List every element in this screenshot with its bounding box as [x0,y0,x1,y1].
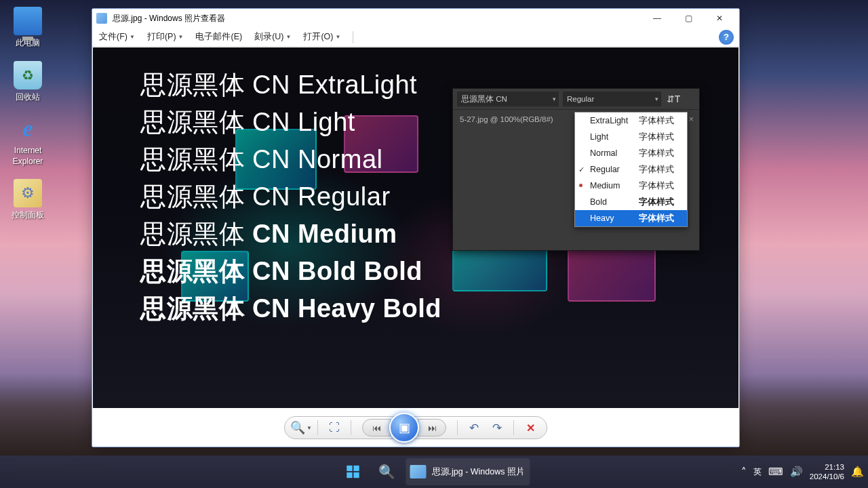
start-button[interactable] [338,458,368,485]
menu-open[interactable]: 打开(O)▼ [299,29,344,45]
font-family-combobox[interactable]: 思源黑体 CN ▾ [457,92,559,106]
menubar: 文件(F)▼ 打印(P)▼ 电子邮件(E) 刻录(U)▼ 打开(O)▼ ? [92,28,739,47]
desktop-icon-ie[interactable]: Internet Explorer [4,115,52,167]
photo-viewer-icon [410,465,427,479]
chevron-down-icon: ▼ [178,34,184,40]
rotate-right-button[interactable]: ↷ [488,418,507,437]
option-sample: 字体样式 [639,148,674,159]
desktop-icon-this-pc[interactable]: 此电脑 [4,7,52,49]
desktop-icon-recycle-bin[interactable]: 回收站 [4,61,52,103]
option-name: Medium [590,181,639,190]
close-button[interactable]: ✕ [704,9,735,28]
volume-icon[interactable]: 🔊 [790,466,803,478]
titlebar[interactable]: 思源.jpg - Windows 照片查看器 — ▢ ✕ [92,9,739,28]
toolbar-separator [351,420,351,435]
font-style-option[interactable]: ExtraLight字体样式 [575,113,687,129]
chevron-down-icon: ▼ [286,34,292,40]
font-style-option[interactable]: ✓Regular字体样式 [575,161,687,178]
text-orientation-button[interactable]: ⇵T [665,92,682,106]
icon-label: 控制面板 [4,210,52,221]
system-tray: ˄ 英 ⌨ 🔊 21:13 2024/10/6 🔔 [741,462,864,482]
desktop-icon-control-panel[interactable]: 控制面板 [4,179,52,221]
recycle-bin-icon [14,61,42,89]
option-sample: 字体样式 [639,213,674,224]
menu-email[interactable]: 电子邮件(E) [191,29,246,45]
icon-label: Internet Explorer [4,146,52,167]
option-sample: 字体样式 [639,131,674,143]
font-sample-line: 思源黑体 CN Normal [140,142,441,177]
magnifier-icon: 🔍 [290,420,305,435]
clock-date: 2024/10/6 [810,472,844,481]
help-button[interactable]: ? [719,30,734,45]
next-icon: ⏭ [428,423,437,433]
font-style-option[interactable]: Heavy字体样式 [575,210,687,226]
icon-label: 回收站 [4,92,52,103]
font-style-dropdown: ExtraLight字体样式Light字体样式Normal字体样式✓Regula… [574,112,688,227]
check-icon: ✓ [578,165,585,174]
rotate-left-button[interactable]: ↶ [465,418,484,437]
window-title: 思源.jpg - Windows 照片查看器 [113,13,642,24]
ime-indicator[interactable]: 英 [753,466,762,478]
control-panel-icon [14,179,42,207]
keyboard-icon[interactable]: ⌨ [768,466,783,478]
tray-chevron-up-icon[interactable]: ˄ [741,466,747,478]
taskbar: 🔍 思源.jpg - Windows 照片查看器 ˄ 英 ⌨ 🔊 21:13 2… [0,455,868,488]
rotate-cw-icon: ↷ [492,421,502,435]
font-style-option[interactable]: Medium字体样式 [575,178,687,194]
notifications-icon[interactable]: 🔔 [851,466,864,478]
chevron-down-icon: ▼ [336,34,341,40]
font-style-combobox[interactable]: Regular ▾ [563,92,661,106]
svg-rect-2 [347,472,352,478]
font-style-value: Regular [567,95,594,103]
svg-rect-3 [353,472,359,478]
font-sample-line: 思源黑体 CN Regular [140,180,441,214]
windows-icon [346,464,361,479]
previous-button[interactable]: ⏮ [362,419,391,436]
option-name: Light [590,132,639,142]
chevron-down-icon: ▼ [307,425,312,431]
font-sample-lines: 思源黑体 CN ExtraLight思源黑体 CN Light思源黑体 CN N… [140,68,441,329]
toolbar-separator [457,420,458,435]
search-icon: 🔍 [378,464,395,480]
menu-print[interactable]: 打印(P)▼ [143,29,188,45]
delete-button[interactable]: ✕ [521,418,540,437]
font-style-option[interactable]: Bold字体样式 [575,194,687,210]
font-sample-line: 思源黑体 CN Bold Bold [140,254,441,289]
tab-close-icon[interactable]: × [688,114,699,124]
taskbar-app-photo-viewer[interactable]: 思源.jpg - Windows 照片查看器 [406,458,530,485]
option-name: Regular [590,165,639,174]
option-name: Bold [590,197,639,207]
font-panel: 思源黑体 CN ▾ Regular ▾ ⇵T 5-27.jpg @ 100%(R… [452,88,700,251]
option-name: Heavy [590,214,639,223]
svg-rect-1 [353,466,359,471]
toolbar-separator [513,420,514,435]
menu-file[interactable]: 文件(F)▼ [95,29,139,45]
dot-icon [579,184,583,187]
search-button[interactable]: 🔍 [372,458,402,485]
toolbar-separator [317,420,318,435]
maximize-button[interactable]: ▢ [673,9,704,28]
computer-icon [14,7,42,35]
fit-window-button[interactable]: ⛶ [325,418,344,437]
next-button[interactable]: ⏭ [418,419,446,436]
taskbar-app-label: 思源.jpg - Windows 照片查看器 [432,466,524,478]
delete-icon: ✕ [526,422,535,434]
option-sample: 字体样式 [639,115,674,127]
clock[interactable]: 21:13 2024/10/6 [810,462,844,482]
font-style-option[interactable]: Light字体样式 [575,129,687,145]
option-sample: 字体样式 [639,180,674,192]
document-tab[interactable]: 5-27.jpg @ 100%(RGB/8#) [453,113,560,126]
ie-icon [14,115,42,143]
font-family-value: 思源黑体 CN [461,94,507,104]
option-sample: 字体样式 [639,164,674,176]
zoom-button[interactable]: 🔍▼ [292,418,311,437]
desktop-icons: 此电脑 回收站 Internet Explorer 控制面板 [4,7,52,233]
option-name: ExtraLight [590,116,639,125]
font-style-option[interactable]: Normal字体样式 [575,145,687,161]
menu-burn[interactable]: 刻录(U)▼ [250,29,295,45]
photo-viewer-icon [96,13,107,24]
minimize-button[interactable]: — [642,9,673,28]
chevron-down-icon: ▾ [655,96,658,102]
viewer-toolbar: 🔍▼ ⛶ ⏮ ▣ ⏭ ↶ ↷ ✕ [92,409,739,447]
slideshow-button[interactable]: ▣ [389,413,419,443]
